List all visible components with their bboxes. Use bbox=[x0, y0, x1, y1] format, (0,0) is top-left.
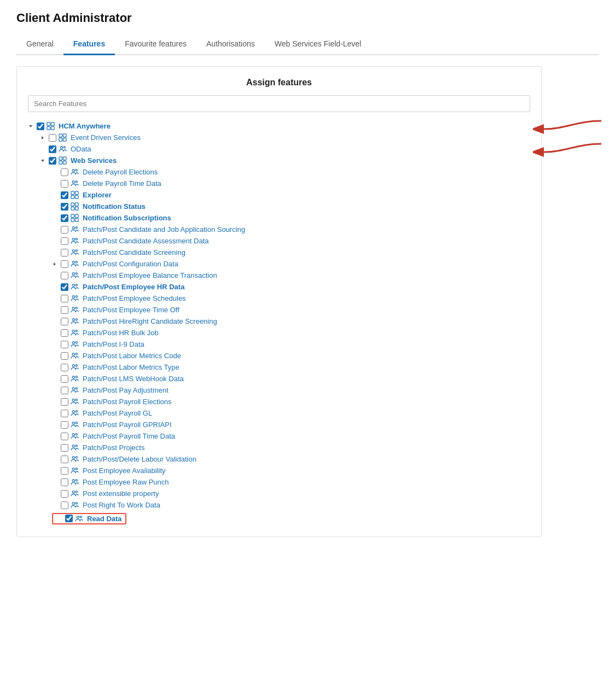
expand-icon[interactable] bbox=[40, 158, 45, 164]
people-icon bbox=[71, 260, 79, 268]
feature-checkbox-notification-subscriptions[interactable] bbox=[61, 214, 68, 222]
feature-label-patch-candidate-assessment[interactable]: Patch/Post Candidate Assessment Data bbox=[83, 237, 209, 245]
feature-label-event-driven[interactable]: Event Driven Services bbox=[71, 133, 141, 142]
people-icon bbox=[71, 340, 79, 348]
tab-general[interactable]: General bbox=[16, 34, 63, 55]
svg-point-10 bbox=[60, 147, 62, 149]
feature-checkbox-patch-candidate-screening[interactable] bbox=[61, 249, 68, 256]
tree-toggle[interactable] bbox=[28, 124, 34, 129]
svg-point-48 bbox=[72, 307, 74, 310]
feature-label-patch-employee-balance[interactable]: Patch/Post Employee Balance Transaction bbox=[83, 271, 217, 279]
feature-checkbox-patch-hr-bulk[interactable] bbox=[61, 329, 68, 337]
feature-checkbox-patch-projects[interactable] bbox=[61, 444, 68, 452]
collapse-icon[interactable] bbox=[52, 261, 57, 267]
feature-checkbox-patch-labor-metrics-type[interactable] bbox=[61, 364, 68, 371]
feature-label-patch-payroll-time[interactable]: Patch/Post Payroll Time Data bbox=[83, 432, 175, 440]
feature-checkbox-patch-pay-adjustment[interactable] bbox=[61, 387, 68, 394]
feature-label-patch-payroll-elections[interactable]: Patch/Post Payroll Elections bbox=[83, 398, 172, 406]
feature-checkbox-patch-labor-metrics-code[interactable] bbox=[61, 352, 68, 360]
feature-checkbox-patch-i9[interactable] bbox=[61, 341, 68, 348]
feature-checkbox-read-data[interactable] bbox=[65, 515, 73, 522]
feature-checkbox-patch-employee-hr[interactable] bbox=[61, 283, 68, 291]
feature-label-patch-lms-webhook[interactable]: Patch/Post LMS WebHook Data bbox=[83, 375, 184, 383]
tree-toggle[interactable] bbox=[40, 135, 47, 141]
feature-checkbox-patch-employee-schedules[interactable] bbox=[61, 295, 68, 302]
people-icon bbox=[75, 515, 83, 523]
svg-point-82 bbox=[72, 503, 74, 505]
feature-label-post-employee-availability[interactable]: Post Employee Availability bbox=[83, 466, 166, 475]
feature-label-patch-delete-labour[interactable]: Patch/Post/Delete Labour Validation bbox=[83, 455, 196, 463]
svg-point-73 bbox=[76, 445, 77, 447]
feature-label-delete-payroll-elections[interactable]: Delete Payroll Elections bbox=[83, 168, 158, 176]
feature-label-notification-status[interactable]: Notification Status bbox=[83, 202, 146, 211]
tab-authorisations[interactable]: Authorisations bbox=[196, 34, 265, 55]
feature-label-patch-projects[interactable]: Patch/Post Projects bbox=[83, 444, 144, 452]
feature-label-read-data[interactable]: Read Data bbox=[87, 515, 122, 523]
feature-label-patch-payroll-gl[interactable]: Patch/Post Payroll GL bbox=[83, 409, 152, 417]
list-item: Web Services bbox=[28, 155, 530, 166]
feature-checkbox-web-services[interactable] bbox=[49, 157, 56, 165]
feature-row-patch-candidate-screening: Patch/Post Candidate Screening bbox=[52, 247, 530, 258]
feature-label-patch-candidate-sourcing[interactable]: Patch/Post Candidate and Job Application… bbox=[83, 225, 245, 234]
feature-label-odata[interactable]: OData bbox=[71, 145, 91, 153]
feature-checkbox-patch-payroll-time[interactable] bbox=[61, 433, 68, 440]
feature-label-patch-employee-hr[interactable]: Patch/Post Employee HR Data bbox=[83, 283, 184, 291]
feature-label-patch-pay-adjustment[interactable]: Patch/Post Pay Adjustment bbox=[83, 386, 169, 394]
feature-label-patch-labor-metrics-type[interactable]: Patch/Post Labor Metrics Type bbox=[83, 363, 179, 371]
feature-label-patch-i9[interactable]: Patch/Post I-9 Data bbox=[83, 340, 144, 348]
feature-label-delete-payroll-time[interactable]: Delete Payroll Time Data bbox=[83, 179, 161, 188]
feature-label-patch-hireright[interactable]: Patch/Post HireRight Candidate Screening bbox=[83, 317, 217, 325]
features-tree: HCM Anywhere Event Driven Services OData… bbox=[28, 121, 530, 524]
feature-checkbox-patch-delete-labour[interactable] bbox=[61, 456, 68, 463]
tree-toggle[interactable] bbox=[40, 158, 47, 164]
feature-checkbox-post-extensible[interactable] bbox=[61, 490, 68, 498]
expand-icon[interactable] bbox=[28, 124, 33, 129]
feature-label-post-extensible[interactable]: Post extensible property bbox=[83, 489, 159, 498]
feature-label-post-employee-raw-punch[interactable]: Post Employee Raw Punch bbox=[83, 478, 169, 486]
feature-checkbox-patch-candidate-sourcing[interactable] bbox=[61, 226, 68, 234]
tab-webservices[interactable]: Web Services Field-Level bbox=[265, 34, 371, 55]
feature-label-patch-employee-timeoff[interactable]: Patch/Post Employee Time Off bbox=[83, 306, 179, 314]
svg-point-50 bbox=[72, 319, 74, 321]
feature-checkbox-patch-lms-webhook[interactable] bbox=[61, 375, 68, 383]
feature-checkbox-odata[interactable] bbox=[49, 145, 56, 153]
feature-label-web-services[interactable]: Web Services bbox=[71, 156, 117, 165]
feature-checkbox-hcm-anywhere[interactable] bbox=[37, 122, 44, 130]
feature-checkbox-explorer[interactable] bbox=[61, 191, 68, 199]
feature-checkbox-delete-payroll-time[interactable] bbox=[61, 180, 68, 188]
list-item: Patch/Post Employee HR Data bbox=[28, 282, 530, 292]
feature-checkbox-patch-payroll-elections[interactable] bbox=[61, 398, 68, 406]
collapse-icon[interactable] bbox=[40, 135, 45, 141]
svg-point-79 bbox=[76, 480, 77, 481]
tab-favourite[interactable]: Favourite features bbox=[115, 34, 196, 55]
feature-label-explorer[interactable]: Explorer bbox=[83, 191, 112, 199]
feature-checkbox-event-driven[interactable] bbox=[49, 134, 56, 142]
feature-checkbox-patch-configuration[interactable] bbox=[61, 260, 68, 268]
feature-checkbox-notification-status[interactable] bbox=[61, 203, 68, 211]
feature-label-patch-payroll-gpriapi[interactable]: Patch/Post Payroll GPRIAPI bbox=[83, 421, 172, 429]
feature-label-patch-hr-bulk[interactable]: Patch/Post HR Bulk Job bbox=[83, 329, 159, 337]
feature-label-hcm-anywhere[interactable]: HCM Anywhere bbox=[59, 122, 111, 130]
feature-checkbox-patch-employee-timeoff[interactable] bbox=[61, 306, 68, 314]
feature-label-patch-labor-metrics-code[interactable]: Patch/Post Labor Metrics Code bbox=[83, 352, 181, 360]
module-icon bbox=[71, 202, 79, 211]
feature-checkbox-post-employee-raw-punch[interactable] bbox=[61, 479, 68, 486]
tree-toggle[interactable] bbox=[52, 261, 59, 267]
feature-checkbox-post-right-to-work[interactable] bbox=[61, 501, 68, 509]
feature-row-delete-payroll-time: Delete Payroll Time Data bbox=[52, 178, 530, 189]
search-input[interactable] bbox=[28, 95, 530, 112]
feature-checkbox-delete-payroll-elections[interactable] bbox=[61, 168, 68, 176]
feature-checkbox-patch-payroll-gpriapi[interactable] bbox=[61, 421, 68, 429]
feature-checkbox-patch-candidate-assessment[interactable] bbox=[61, 237, 68, 245]
feature-label-notification-subscriptions[interactable]: Notification Subscriptions bbox=[83, 214, 171, 222]
feature-label-patch-configuration[interactable]: Patch/Post Configuration Data bbox=[83, 260, 178, 268]
feature-label-post-right-to-work[interactable]: Post Right To Work Data bbox=[83, 501, 160, 509]
feature-checkbox-post-employee-availability[interactable] bbox=[61, 467, 68, 475]
feature-checkbox-patch-employee-balance[interactable] bbox=[61, 272, 68, 279]
tab-features[interactable]: Features bbox=[63, 34, 115, 55]
feature-checkbox-patch-payroll-gl[interactable] bbox=[61, 410, 68, 417]
feature-checkbox-patch-hireright[interactable] bbox=[61, 318, 68, 325]
list-item: Post extensible property bbox=[28, 488, 530, 499]
feature-label-patch-candidate-screening[interactable]: Patch/Post Candidate Screening bbox=[83, 248, 185, 256]
feature-label-patch-employee-schedules[interactable]: Patch/Post Employee Schedules bbox=[83, 294, 186, 302]
